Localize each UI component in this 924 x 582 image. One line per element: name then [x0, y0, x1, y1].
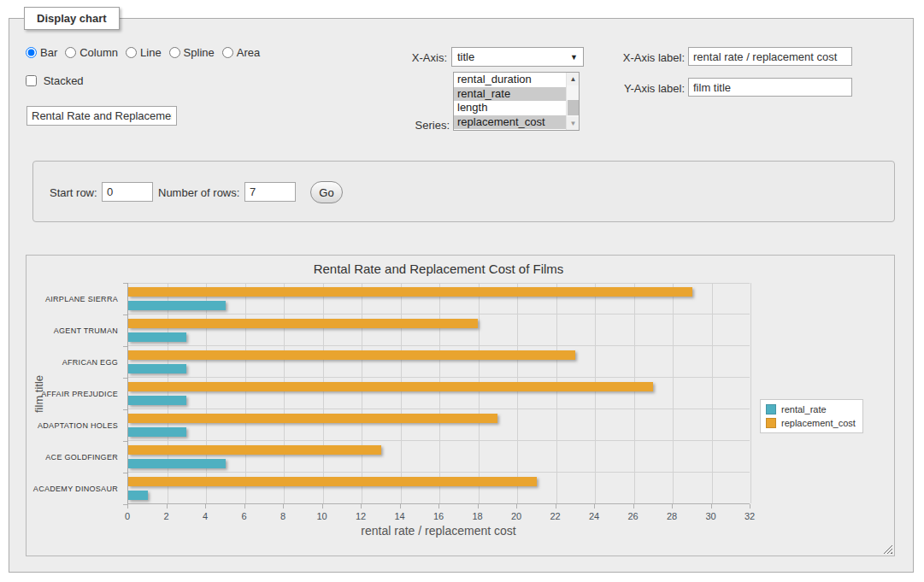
scrollbar-down-icon[interactable]: ▼: [567, 117, 580, 130]
y-tick-mark: [123, 441, 127, 442]
x-tick-label: 0: [109, 511, 146, 521]
legend-swatch-replacement_cost: [766, 418, 776, 428]
x-tick-label: 30: [692, 511, 730, 521]
x-axis-label-input[interactable]: [688, 47, 852, 66]
x-axis-select[interactable]: title ▼: [451, 47, 584, 67]
bar-rental_rate: [128, 332, 186, 342]
legend-item-rental_rate[interactable]: rental_rate: [766, 404, 856, 414]
x-axis-select-label: X-Axis:: [389, 51, 447, 64]
x-tick-label: 24: [575, 511, 613, 521]
category-label: AGENT TRUMAN: [28, 315, 124, 346]
chart-type-option-spline[interactable]: Spline: [169, 46, 215, 59]
legend-swatch-rental_rate: [766, 404, 776, 414]
chart-category-row: [128, 283, 750, 315]
y-tick-mark: [123, 283, 127, 284]
display-chart-page: Display chart BarColumnLineSplineArea St…: [0, 0, 924, 582]
y-axis-label-input[interactable]: [688, 78, 852, 97]
y-tick-mark: [123, 473, 127, 473]
chart-resize-handle[interactable]: [883, 544, 892, 554]
legend-item-replacement_cost[interactable]: replacement_cost: [766, 418, 856, 428]
series-listbox[interactable]: rental_durationrental_ratelengthreplacem…: [453, 72, 580, 131]
chart-category-row: [128, 473, 750, 504]
chart-legend: rental_ratereplacement_cost: [760, 399, 863, 433]
chart-type-label: Area: [237, 46, 260, 59]
chart-title: Rental Rate and Replacement Cost of Film…: [127, 262, 750, 276]
chart-type-label: Bar: [40, 46, 57, 59]
bar-rental_rate: [128, 459, 226, 468]
chart-type-radio-line[interactable]: [126, 47, 137, 58]
x-tick-mark: [556, 504, 556, 509]
x-axis-label-field-label: X-Axis label:: [594, 51, 685, 64]
bar-rental_rate: [128, 491, 148, 500]
chart-type-label: Spline: [184, 46, 215, 59]
scrollbar-up-icon[interactable]: ▲: [567, 73, 580, 85]
x-tick-label: 18: [459, 511, 497, 521]
chart-title-input[interactable]: [26, 106, 177, 126]
number-of-rows-label: Number of rows:: [158, 186, 244, 199]
chart-type-option-column[interactable]: Column: [65, 46, 118, 59]
x-tick-mark: [361, 504, 362, 509]
chart-plot-area: [127, 283, 750, 504]
chart-type-radio-spline[interactable]: [169, 47, 180, 58]
chart-type-label: Column: [79, 46, 118, 59]
series-option-replacement_cost[interactable]: replacement_cost: [454, 115, 566, 130]
x-tick-label: 8: [264, 511, 302, 521]
chart-category-row: [128, 378, 750, 409]
series-option-length[interactable]: length: [454, 101, 566, 115]
stacked-checkbox[interactable]: [26, 75, 37, 86]
start-row-input[interactable]: [102, 182, 153, 202]
legend-label: rental_rate: [781, 404, 827, 414]
x-tick-mark: [516, 504, 517, 509]
x-tick-label: 22: [537, 511, 574, 521]
chart-type-radio-bar[interactable]: [26, 47, 37, 58]
x-tick-mark: [244, 504, 245, 509]
y-tick-mark: [123, 409, 127, 410]
chart-category-row: [128, 315, 750, 346]
chart-type-option-bar[interactable]: Bar: [26, 46, 57, 59]
x-tick-label: 4: [186, 511, 224, 521]
chart-type-radio-column[interactable]: [65, 47, 76, 58]
chart-type-option-area[interactable]: Area: [222, 46, 260, 59]
go-button[interactable]: Go: [310, 181, 343, 203]
start-row-label: Start row:: [50, 186, 101, 199]
series-listbox-scrollbar[interactable]: ▲ ▼: [566, 73, 579, 130]
x-tick-mark: [711, 504, 712, 509]
x-tick-mark: [750, 504, 750, 509]
series-select-label: Series:: [389, 119, 450, 132]
x-tick-mark: [167, 504, 168, 509]
chart-category-row: [128, 441, 750, 473]
x-tick-mark: [594, 504, 595, 509]
x-tick-mark: [127, 504, 128, 509]
stacked-row: Stacked: [26, 74, 91, 87]
bar-replacement_cost: [128, 477, 537, 486]
stacked-option[interactable]: Stacked: [26, 74, 84, 87]
bar-replacement_cost: [128, 350, 575, 360]
x-tick-label: 10: [303, 511, 341, 521]
x-tick-label: 2: [148, 511, 185, 521]
bar-rental_rate: [128, 427, 186, 437]
series-option-rental_duration[interactable]: rental_duration: [454, 73, 566, 87]
bar-rental_rate: [128, 364, 186, 373]
x-tick-mark: [283, 504, 284, 509]
chart-type-radio-area[interactable]: [222, 47, 233, 58]
x-tick-label: 12: [342, 511, 380, 521]
chart-category-row: [128, 346, 750, 378]
x-tick-mark: [400, 504, 401, 509]
category-label: AIRPLANE SIERRA: [28, 283, 124, 315]
series-option-rental_rate[interactable]: rental_rate: [454, 87, 566, 102]
legend-label: replacement_cost: [781, 418, 856, 428]
category-label: AFFAIR PREJUDICE: [28, 378, 124, 409]
x-tick-label: 14: [381, 511, 419, 521]
category-label: AFRICAN EGG: [28, 346, 124, 378]
bar-rental_rate: [128, 396, 186, 405]
x-tick-label: 6: [226, 511, 263, 521]
y-tick-mark: [123, 315, 127, 315]
number-of-rows-input[interactable]: [244, 182, 296, 202]
x-tick-label: 28: [653, 511, 691, 521]
chart-type-option-line[interactable]: Line: [126, 46, 162, 59]
category-label: ACE GOLDFINGER: [28, 441, 124, 473]
panel-legend: Display chart: [24, 7, 120, 30]
y-tick-mark: [123, 504, 127, 505]
scrollbar-thumb[interactable]: [568, 100, 579, 115]
series-option-list: rental_durationrental_ratelengthreplacem…: [454, 73, 566, 130]
